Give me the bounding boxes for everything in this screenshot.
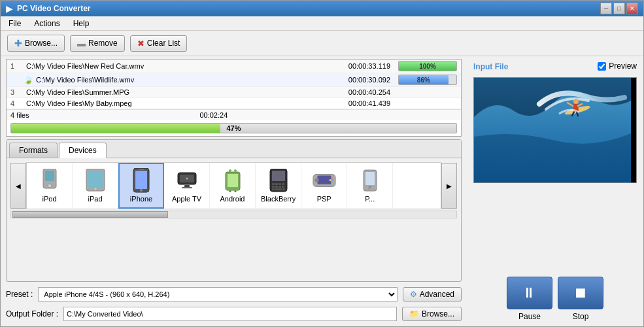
devices-scrollbar-thumb: [12, 211, 168, 218]
device-label-android: Android: [220, 195, 245, 203]
progress-bar: 100%: [398, 61, 457, 71]
browse-button[interactable]: ✚ Browse...: [7, 35, 65, 52]
device-item-appletv[interactable]: Apple TV: [164, 163, 210, 209]
preview-checkbox-row: Preview: [598, 61, 637, 71]
output-browse-button[interactable]: 📁 Browse...: [402, 307, 462, 321]
minimize-button[interactable]: ─: [600, 3, 612, 14]
overall-progress-row: 47%: [7, 120, 461, 136]
table-row[interactable]: 🍃C:\My Video Files\Wildlife.wmv00:00:30.…: [7, 73, 461, 87]
remove-button[interactable]: ▬ Remove: [70, 35, 125, 52]
devices-scrollbar[interactable]: [10, 211, 457, 218]
svg-point-21: [229, 190, 231, 192]
stop-button[interactable]: ⏹ Stop: [558, 277, 603, 321]
preview-label: Preview: [609, 61, 637, 71]
device-label-blackberry: BlackBerry: [261, 195, 296, 203]
svg-point-38: [331, 178, 333, 180]
close-button[interactable]: ✕: [626, 3, 638, 14]
svg-rect-33: [272, 188, 275, 190]
advanced-label: Advanced: [420, 290, 454, 299]
preview-checkbox[interactable]: [598, 62, 606, 71]
left-panel: 1C:\My Video Files\New Red Car.wmv00:00:…: [1, 56, 467, 326]
svg-rect-1: [45, 171, 54, 181]
control-buttons: ⏸ Pause ⏹ Stop: [473, 277, 637, 321]
overall-progress-label: 47%: [11, 124, 456, 133]
scroll-right-arrow[interactable]: ▶: [441, 163, 457, 209]
table-row[interactable]: 1C:\My Video Files\New Red Car.wmv00:00:…: [7, 60, 461, 73]
row-number: 3: [7, 87, 20, 98]
tabs-content: ◀ iPod iPad iPhone Apple TV Android: [7, 158, 461, 281]
table-row[interactable]: 3C:\My Video Files\Summer.MPG00:00:40.25…: [7, 87, 461, 98]
tab-devices[interactable]: Devices: [59, 143, 107, 158]
devices-scroll: iPod iPad iPhone Apple TV Android: [26, 162, 441, 209]
row-path: C:\My Video Files\Summer.MPG: [20, 87, 329, 98]
pause-icon: ⏸: [507, 277, 552, 309]
svg-rect-26: [275, 183, 278, 185]
file-table: 1C:\My Video Files\New Red Car.wmv00:00:…: [7, 60, 461, 109]
svg-point-22: [234, 190, 236, 192]
svg-rect-9: [139, 169, 144, 171]
device-item-iphone[interactable]: iPhone: [118, 163, 164, 209]
total-duration: 00:02:24: [199, 111, 228, 119]
menu-file[interactable]: File: [3, 18, 26, 29]
preset-select[interactable]: Apple iPhone 4/4S - (960 x 640, H.264)Ap…: [38, 287, 397, 301]
svg-point-39: [332, 179, 334, 181]
device-item-android[interactable]: Android: [210, 163, 256, 209]
device-item-psp[interactable]: PSP: [301, 163, 347, 209]
stop-label: Stop: [573, 312, 589, 321]
table-row[interactable]: 4C:\My Video Files\My Baby.mpeg00:00:41.…: [7, 98, 461, 109]
overall-progress-bar: 47%: [10, 123, 457, 133]
svg-rect-31: [279, 186, 281, 188]
output-row: Output Folder : 📁 Browse...: [6, 307, 462, 321]
progress-fill: 86%: [399, 75, 449, 84]
svg-rect-34: [275, 188, 282, 190]
svg-point-2: [48, 184, 52, 188]
device-label-ipod: iPod: [42, 195, 56, 203]
output-folder-input[interactable]: [63, 307, 397, 321]
clear-list-button[interactable]: ✖ Clear List: [130, 35, 188, 52]
file-count: 4 files: [10, 111, 29, 119]
stop-icon: ⏹: [558, 277, 603, 309]
more-icon: P: [358, 169, 382, 192]
blackberry-icon: [267, 169, 290, 192]
menu-help[interactable]: Help: [68, 18, 95, 29]
file-list-container: 1C:\My Video Files\New Red Car.wmv00:00:…: [6, 59, 462, 137]
titlebar-buttons: ─ □ ✕: [600, 3, 638, 14]
row-duration: 00:00:41.439: [329, 98, 394, 109]
device-item-ipad[interactable]: iPad: [73, 163, 118, 209]
device-item-ipod[interactable]: iPod: [27, 163, 73, 209]
appletv-icon: [175, 169, 199, 192]
device-label-iphone: iPhone: [130, 195, 152, 203]
svg-point-41: [329, 179, 331, 181]
pause-button[interactable]: ⏸ Pause: [507, 277, 552, 321]
device-label-more: P...: [365, 195, 375, 203]
svg-rect-16: [228, 174, 238, 187]
tab-formats[interactable]: Formats: [9, 143, 58, 158]
menu-actions[interactable]: Actions: [29, 18, 65, 29]
leaf-icon: 🍃: [24, 76, 33, 84]
devices-grid: ◀ iPod iPad iPhone Apple TV Android: [10, 162, 457, 209]
row-progress-cell: 100%: [394, 60, 461, 73]
device-label-ipad: iPad: [88, 195, 102, 203]
titlebar: ▶ PC Video Converter ─ □ ✕: [1, 1, 643, 16]
android-icon: [221, 169, 245, 192]
remove-icon: ▬: [77, 39, 86, 48]
svg-rect-4: [88, 171, 103, 188]
device-label-psp: PSP: [317, 195, 331, 203]
row-number: [7, 73, 20, 87]
svg-rect-13: [182, 187, 192, 188]
row-progress-cell: 86%: [394, 73, 461, 87]
scroll-left-arrow[interactable]: ◀: [10, 163, 26, 209]
device-item-blackberry[interactable]: BlackBerry: [256, 163, 301, 209]
svg-rect-27: [279, 183, 281, 185]
svg-point-5: [94, 188, 96, 190]
row-duration: 00:00:33.119: [329, 60, 394, 73]
maximize-button[interactable]: □: [613, 3, 625, 14]
status-row: 4 files 00:02:24: [7, 109, 461, 120]
output-browse-icon: 📁: [409, 309, 419, 318]
remove-label: Remove: [88, 39, 118, 48]
svg-rect-44: [365, 172, 375, 185]
pause-label: Pause: [518, 312, 541, 321]
advanced-button[interactable]: ⚙ Advanced: [403, 287, 462, 301]
device-item-more[interactable]: P P...: [347, 163, 393, 209]
svg-point-14: [186, 178, 188, 180]
